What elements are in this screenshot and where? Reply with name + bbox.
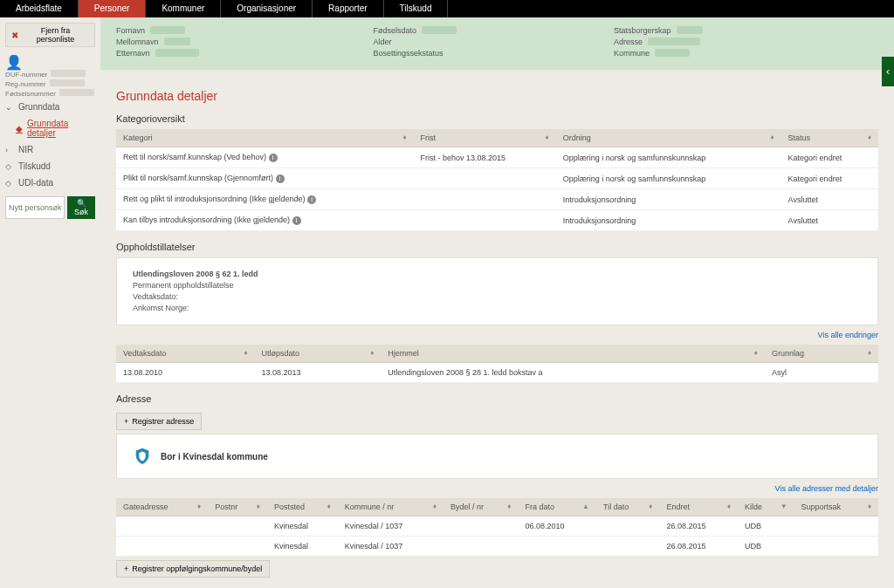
person-meta: 👤 DUF-nummer Reg-nummer Fødselsnummer	[5, 58, 95, 99]
info-icon: i	[292, 216, 301, 225]
page-title: Grunndata detaljer	[116, 89, 878, 103]
th-ordning[interactable]: Ordning♦	[556, 129, 781, 147]
kategori-title: Kategorioversikt	[116, 113, 878, 124]
sidebar-tilskudd[interactable]: ◇ Tilskudd	[5, 158, 95, 174]
remove-from-list-button[interactable]: ✖ Fjern fra personliste	[5, 23, 95, 47]
registrer-adresse-button[interactable]: + Registrer adresse	[116, 413, 202, 430]
opphold-title: Oppholdstillatelser	[116, 242, 878, 252]
sort-icon: ♦	[546, 133, 549, 141]
table-row[interactable]: 13.08.201013.08.2013Utlendingsloven 2008…	[116, 363, 878, 383]
registrer-oppfolging-button[interactable]: + Registrer oppfølgingskommune/bydel	[116, 560, 270, 578]
sidebar-grunndata-detaljer[interactable]: ◆ Grunndata detaljer	[5, 115, 95, 141]
diamond-icon: ◆	[16, 124, 23, 133]
collapse-panel-button[interactable]: ‹	[882, 57, 894, 86]
table-row[interactable]: Kan tilbys introduksjonsordning (Ikke gj…	[116, 210, 878, 231]
sort-icon: ♦	[868, 133, 871, 141]
info-icon: i	[269, 154, 278, 162]
sidebar-nir[interactable]: › NIR	[5, 141, 95, 158]
sidebar-grunndata[interactable]: ⌄ Grunndata	[5, 99, 95, 115]
th-kategori[interactable]: Kategori♦	[116, 129, 414, 147]
adresse-card: Bor i Kvinesdal kommune	[116, 434, 878, 479]
sidebar: ✖ Fjern fra personliste 👤 DUF-nummer Reg…	[0, 17, 100, 588]
remove-icon: ✖	[11, 31, 18, 40]
opphold-table: Vedtaksdato♦ Utløpsdato♦ Hjemmel♦ Grunnl…	[116, 345, 878, 383]
kategori-table: Kategori♦ Frist♦ Ordning♦ Status♦ Rett t…	[116, 129, 878, 231]
person-header: Fornavn Mellomnavn Etternavn Fødselsdato…	[100, 17, 894, 70]
nav-tilskudd[interactable]: Tilskudd	[384, 0, 449, 17]
th-status[interactable]: Status♦	[781, 129, 878, 147]
chevron-left-icon: ‹	[886, 65, 890, 78]
plus-icon: +	[124, 564, 128, 573]
diamond-icon: ◇	[5, 162, 14, 171]
shield-icon	[133, 447, 152, 466]
nav-organisasjoner[interactable]: Organisasjoner	[221, 0, 313, 17]
adresse-title: Adresse	[116, 393, 878, 404]
search-input[interactable]	[5, 196, 65, 219]
adresse-table: Gateadresse♦ Postnr♦ Poststed♦ Kommune /…	[116, 498, 878, 557]
plus-icon: +	[124, 417, 128, 426]
table-row[interactable]: Plikt til norsk/samf.kunnskap (Gjennomfø…	[116, 168, 878, 189]
remove-label: Fjern fra personliste	[22, 26, 89, 44]
content: Fornavn Mellomnavn Etternavn Fødselsdato…	[100, 17, 894, 588]
th-frist[interactable]: Frist♦	[414, 129, 556, 147]
table-row[interactable]: KvinesdalKvinesdal / 103726.08.2015UDB	[116, 537, 878, 557]
table-row[interactable]: KvinesdalKvinesdal / 103706.08.201026.08…	[116, 516, 878, 537]
table-row[interactable]: Rett og plikt til introduksjonsordning (…	[116, 189, 878, 210]
nav-arbeidsflate[interactable]: Arbeidsflate	[0, 0, 79, 17]
chevron-right-icon: ›	[5, 146, 14, 154]
sidebar-udi[interactable]: ◇ UDI-data	[5, 174, 95, 191]
info-icon: i	[307, 195, 316, 204]
person-icon: 👤	[5, 55, 23, 70]
sort-icon: ♦	[771, 133, 774, 141]
top-nav: Arbeidsflate Personer Kommuner Organisas…	[0, 0, 894, 17]
nav-personer[interactable]: Personer	[79, 0, 147, 17]
vis-alle-endringer-link[interactable]: Vis alle endringer	[116, 331, 878, 339]
nav-rapporter[interactable]: Rapporter	[313, 0, 383, 17]
info-icon: i	[276, 174, 285, 183]
nav-kommuner[interactable]: Kommuner	[146, 0, 221, 17]
search-button[interactable]: 🔍 Søk	[67, 196, 95, 219]
chevron-down-icon: ⌄	[5, 103, 14, 112]
sort-icon: ♦	[402, 133, 406, 141]
search-icon: 🔍	[77, 199, 86, 208]
opphold-card: Utlendingsloven 2008 § 62 1. ledd Perman…	[116, 257, 878, 325]
table-row[interactable]: Rett til norsk/samf.kunnskap (Ved behov)…	[116, 147, 878, 168]
vis-adresser-link[interactable]: Vis alle adresser med detaljer	[116, 484, 878, 493]
diamond-icon: ◇	[5, 179, 14, 188]
